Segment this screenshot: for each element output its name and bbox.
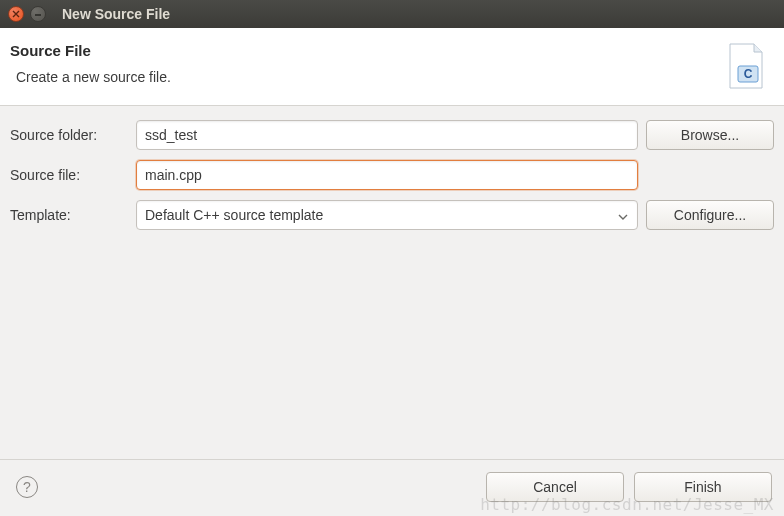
page-subtitle: Create a new source file. [16, 69, 171, 85]
close-icon[interactable] [8, 6, 24, 22]
page-title: Source File [10, 42, 171, 59]
window-controls [8, 6, 46, 22]
template-selected-value: Default C++ source template [145, 207, 323, 223]
minimize-icon[interactable] [30, 6, 46, 22]
cancel-button[interactable]: Cancel [486, 472, 624, 502]
source-folder-input[interactable] [136, 120, 638, 150]
template-select[interactable]: Default C++ source template [136, 200, 638, 230]
dialog-footer: ? Cancel Finish [0, 460, 784, 516]
template-label: Template: [10, 207, 128, 223]
form-area: Source folder: Browse... Source file: Te… [0, 106, 784, 250]
help-icon[interactable]: ? [16, 476, 38, 498]
browse-button[interactable]: Browse... [646, 120, 774, 150]
source-folder-label: Source folder: [10, 127, 128, 143]
window-title: New Source File [62, 6, 170, 22]
source-file-input[interactable] [136, 160, 638, 190]
titlebar: New Source File [0, 0, 784, 28]
svg-text:C: C [744, 67, 753, 81]
source-file-label: Source file: [10, 167, 128, 183]
finish-button[interactable]: Finish [634, 472, 772, 502]
c-file-icon: C [724, 42, 766, 90]
dialog-header: Source File Create a new source file. C [0, 28, 784, 106]
configure-button[interactable]: Configure... [646, 200, 774, 230]
